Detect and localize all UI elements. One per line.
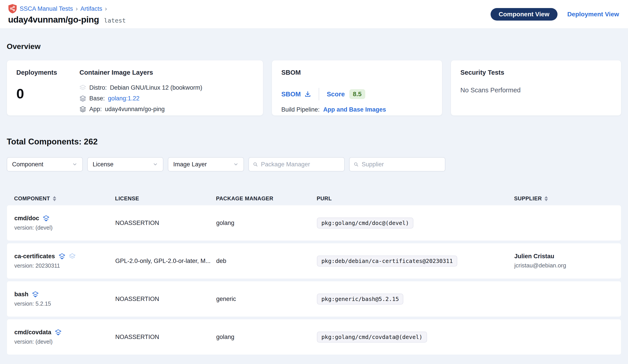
supplier-cell (514, 298, 614, 300)
sbom-download-label: SBOM (281, 91, 301, 98)
layers-icon (59, 253, 65, 260)
breadcrumb-link-artifacts[interactable]: Artifacts (80, 5, 102, 12)
sort-icon[interactable] (545, 196, 548, 201)
breadcrumb-separator: › (105, 5, 107, 12)
column-label: COMPONENT (14, 195, 50, 202)
supplier-search-input[interactable] (362, 161, 441, 168)
purl-badge[interactable]: pkg:golang/cmd/covdata@(devel) (317, 332, 427, 343)
sbom-download-link[interactable]: SBOM (281, 91, 311, 98)
table-header: COMPONENT LICENSE PACKAGE MANAGER PURL S… (7, 192, 621, 205)
table-row[interactable]: ca-certificates version: 20230311 GPL-2.… (7, 243, 621, 279)
license-filter-dropdown[interactable]: License (87, 157, 163, 172)
purl-badge[interactable]: pkg:deb/debian/ca-certificates@20230311 (317, 255, 457, 266)
layer-label: App: (89, 106, 102, 113)
breadcrumb-separator: › (76, 5, 78, 12)
column-label: SUPPLIER (514, 195, 542, 202)
table-row[interactable]: bash version: 5.2.15 NOASSERTION generic… (7, 281, 621, 317)
column-header-license: LICENSE (115, 195, 216, 202)
component-name: ca-certificates (14, 253, 55, 260)
build-pipeline-link[interactable]: App and Base Images (323, 106, 386, 113)
deployments-title: Deployments (16, 69, 57, 76)
package-manager-search[interactable] (248, 157, 345, 172)
supplier-search[interactable] (349, 157, 445, 172)
supplier-cell: Julien Cristau jcristau@debian.org (514, 253, 614, 269)
image-layer-filter-dropdown[interactable]: Image Layer (168, 157, 244, 172)
layer-item-app: App: uday4vunnam/go-ping (79, 106, 202, 113)
dropdown-label: Component (12, 161, 43, 168)
component-version: version: (devel) (14, 339, 115, 345)
sbom-score-badge: 8.5 (349, 89, 365, 99)
layers-icon (55, 329, 62, 336)
chevron-down-icon (72, 162, 78, 167)
sbom-card: SBOM SBOM Score 8.5 Build Pipeline: App … (272, 60, 442, 116)
sbom-title: SBOM (281, 69, 433, 76)
column-label: PURL (317, 195, 332, 202)
layers-icon (79, 106, 86, 113)
component-filter-dropdown[interactable]: Component (7, 157, 83, 172)
column-header-component[interactable]: COMPONENT (14, 195, 115, 202)
ssca-shield-icon (8, 4, 17, 14)
layer-value: uday4vunnam/go-ping (105, 106, 165, 113)
supplier-name: Julien Cristau (514, 253, 614, 260)
deployments-layers-card: Deployments 0 Container Image Layers Dis… (7, 60, 263, 116)
deployments-block: Deployments 0 (16, 69, 57, 107)
table-row[interactable]: cmd/covdata version: (devel) NOASSERTION… (7, 319, 621, 355)
chevron-down-icon (233, 162, 238, 167)
layers-icon (79, 95, 86, 102)
image-layers-block: Container Image Layers Distro: Debian GN… (79, 69, 202, 107)
base-image-link[interactable]: golang:1.22 (108, 95, 140, 102)
download-icon (304, 91, 311, 98)
purl-cell: pkg:golang/cmd/covdata@(devel) (317, 332, 514, 343)
layers-outline-icon (69, 253, 76, 260)
layer-value: Debian GNU/Linux 12 (bookworm) (110, 84, 202, 91)
layer-label: Distro: (89, 84, 107, 91)
view-toggle: Component View Deployment View (491, 8, 619, 21)
purl-badge[interactable]: pkg:golang/cmd/doc@(devel) (317, 218, 413, 229)
layers-icon (32, 291, 39, 298)
component-cell: bash version: 5.2.15 (14, 291, 115, 307)
column-label: PACKAGE MANAGER (216, 195, 273, 202)
layers-outline-icon (79, 84, 86, 91)
layer-label: Base: (89, 95, 105, 102)
sbom-score-link[interactable]: Score (327, 91, 345, 98)
deployments-count: 0 (16, 86, 57, 102)
sort-icon[interactable] (53, 196, 56, 201)
component-view-button[interactable]: Component View (491, 8, 557, 21)
component-name: cmd/doc (14, 215, 39, 222)
license-cell: NOASSERTION (115, 334, 216, 341)
purl-badge[interactable]: pkg:generic/bash@5.2.15 (317, 294, 403, 304)
no-scans-text: No Scans Performed (460, 87, 612, 94)
column-header-package-manager: PACKAGE MANAGER (216, 195, 317, 202)
page-header: SSCA Manual Tests › Artifacts › uday4vun… (0, 0, 628, 29)
component-version: version: (devel) (14, 225, 115, 231)
package-manager-search-input[interactable] (261, 161, 340, 168)
search-icon (253, 161, 258, 168)
security-tests-title: Security Tests (460, 69, 612, 76)
purl-cell: pkg:deb/debian/ca-certificates@20230311 (317, 255, 514, 266)
search-icon (354, 161, 359, 168)
purl-cell: pkg:generic/bash@5.2.15 (317, 294, 514, 304)
breadcrumb-link-project[interactable]: SSCA Manual Tests (20, 5, 73, 12)
supplier-cell (514, 336, 614, 338)
component-cell: ca-certificates version: 20230311 (14, 253, 115, 269)
image-layers-title: Container Image Layers (79, 69, 202, 76)
column-header-supplier[interactable]: SUPPLIER (514, 195, 614, 202)
package-manager-cell: deb (216, 258, 317, 264)
column-header-purl: PURL (317, 195, 514, 202)
security-tests-card: Security Tests No Scans Performed (451, 60, 621, 116)
page-title: uday4vunnam/go-ping (8, 15, 99, 25)
license-cell: GPL-2.0-only, GPL-2.0-or-later, M... (115, 258, 216, 264)
artifact-tag: latest (104, 17, 126, 24)
layer-item-distro: Distro: Debian GNU/Linux 12 (bookworm) (79, 84, 202, 91)
package-manager-cell: golang (216, 220, 317, 227)
license-cell: NOASSERTION (115, 220, 216, 227)
deployment-view-button[interactable]: Deployment View (567, 11, 619, 18)
dropdown-label: License (93, 161, 113, 168)
overview-heading: Overview (7, 42, 621, 51)
layers-icon (43, 215, 49, 222)
column-label: LICENSE (115, 195, 139, 202)
license-cell: NOASSERTION (115, 296, 216, 303)
component-cell: cmd/doc version: (devel) (14, 215, 115, 231)
supplier-cell (514, 222, 614, 224)
table-row[interactable]: cmd/doc version: (devel) NOASSERTION gol… (7, 205, 621, 241)
